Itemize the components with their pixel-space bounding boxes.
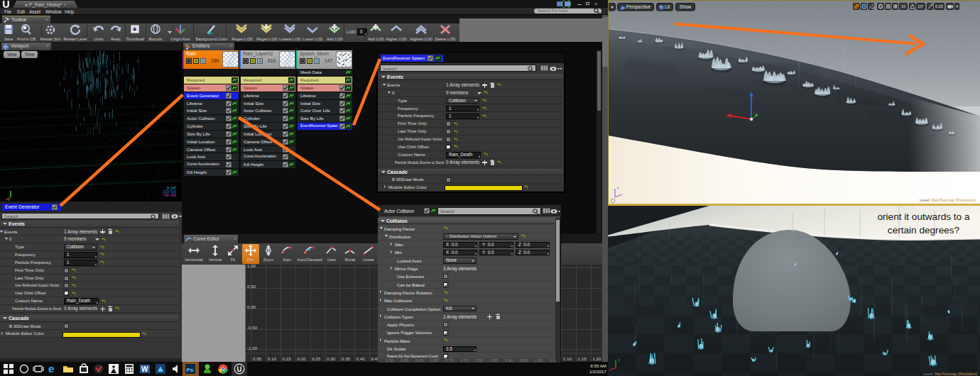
svg-text:W: W	[141, 365, 148, 373]
svg-text:Ps: Ps	[187, 367, 194, 373]
